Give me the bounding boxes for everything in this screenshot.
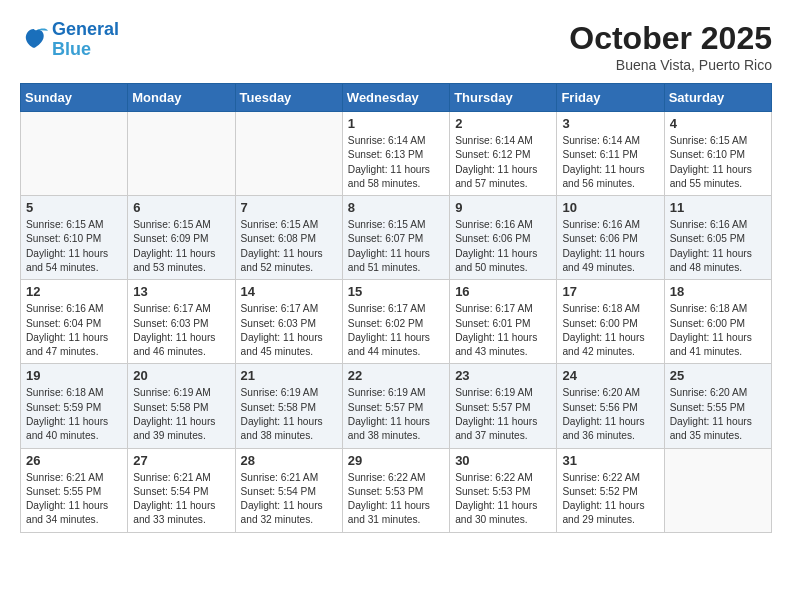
calendar-day-11: 11Sunrise: 6:16 AM Sunset: 6:05 PM Dayli… (664, 196, 771, 280)
day-number: 27 (133, 453, 229, 468)
day-number: 16 (455, 284, 551, 299)
day-info: Sunrise: 6:19 AM Sunset: 5:58 PM Dayligh… (133, 386, 229, 443)
day-number: 23 (455, 368, 551, 383)
weekday-header-friday: Friday (557, 84, 664, 112)
day-number: 5 (26, 200, 122, 215)
day-number: 28 (241, 453, 337, 468)
day-info: Sunrise: 6:16 AM Sunset: 6:06 PM Dayligh… (562, 218, 658, 275)
month-title: October 2025 (569, 20, 772, 57)
day-number: 9 (455, 200, 551, 215)
day-number: 2 (455, 116, 551, 131)
calendar-table: SundayMondayTuesdayWednesdayThursdayFrid… (20, 83, 772, 533)
calendar-day-25: 25Sunrise: 6:20 AM Sunset: 5:55 PM Dayli… (664, 364, 771, 448)
day-number: 11 (670, 200, 766, 215)
day-info: Sunrise: 6:15 AM Sunset: 6:10 PM Dayligh… (26, 218, 122, 275)
calendar-week-row: 26Sunrise: 6:21 AM Sunset: 5:55 PM Dayli… (21, 448, 772, 532)
day-info: Sunrise: 6:22 AM Sunset: 5:53 PM Dayligh… (348, 471, 444, 528)
calendar-day-17: 17Sunrise: 6:18 AM Sunset: 6:00 PM Dayli… (557, 280, 664, 364)
calendar-day-22: 22Sunrise: 6:19 AM Sunset: 5:57 PM Dayli… (342, 364, 449, 448)
day-number: 8 (348, 200, 444, 215)
weekday-header-tuesday: Tuesday (235, 84, 342, 112)
calendar-day-28: 28Sunrise: 6:21 AM Sunset: 5:54 PM Dayli… (235, 448, 342, 532)
calendar-day-27: 27Sunrise: 6:21 AM Sunset: 5:54 PM Dayli… (128, 448, 235, 532)
calendar-day-18: 18Sunrise: 6:18 AM Sunset: 6:00 PM Dayli… (664, 280, 771, 364)
calendar-day-20: 20Sunrise: 6:19 AM Sunset: 5:58 PM Dayli… (128, 364, 235, 448)
day-number: 29 (348, 453, 444, 468)
day-info: Sunrise: 6:19 AM Sunset: 5:58 PM Dayligh… (241, 386, 337, 443)
calendar-day-5: 5Sunrise: 6:15 AM Sunset: 6:10 PM Daylig… (21, 196, 128, 280)
calendar-day-4: 4Sunrise: 6:15 AM Sunset: 6:10 PM Daylig… (664, 112, 771, 196)
calendar-day-2: 2Sunrise: 6:14 AM Sunset: 6:12 PM Daylig… (450, 112, 557, 196)
day-info: Sunrise: 6:21 AM Sunset: 5:54 PM Dayligh… (133, 471, 229, 528)
day-number: 12 (26, 284, 122, 299)
calendar-day-empty (21, 112, 128, 196)
calendar-day-9: 9Sunrise: 6:16 AM Sunset: 6:06 PM Daylig… (450, 196, 557, 280)
calendar-day-29: 29Sunrise: 6:22 AM Sunset: 5:53 PM Dayli… (342, 448, 449, 532)
day-number: 31 (562, 453, 658, 468)
calendar-day-21: 21Sunrise: 6:19 AM Sunset: 5:58 PM Dayli… (235, 364, 342, 448)
calendar-week-row: 1Sunrise: 6:14 AM Sunset: 6:13 PM Daylig… (21, 112, 772, 196)
calendar-day-15: 15Sunrise: 6:17 AM Sunset: 6:02 PM Dayli… (342, 280, 449, 364)
calendar-day-empty (235, 112, 342, 196)
calendar-day-13: 13Sunrise: 6:17 AM Sunset: 6:03 PM Dayli… (128, 280, 235, 364)
day-info: Sunrise: 6:15 AM Sunset: 6:08 PM Dayligh… (241, 218, 337, 275)
calendar-day-empty (128, 112, 235, 196)
day-number: 7 (241, 200, 337, 215)
day-number: 30 (455, 453, 551, 468)
day-number: 4 (670, 116, 766, 131)
calendar-day-24: 24Sunrise: 6:20 AM Sunset: 5:56 PM Dayli… (557, 364, 664, 448)
day-number: 18 (670, 284, 766, 299)
day-info: Sunrise: 6:21 AM Sunset: 5:55 PM Dayligh… (26, 471, 122, 528)
day-number: 26 (26, 453, 122, 468)
weekday-header-row: SundayMondayTuesdayWednesdayThursdayFrid… (21, 84, 772, 112)
day-number: 21 (241, 368, 337, 383)
day-info: Sunrise: 6:16 AM Sunset: 6:06 PM Dayligh… (455, 218, 551, 275)
day-info: Sunrise: 6:14 AM Sunset: 6:12 PM Dayligh… (455, 134, 551, 191)
weekday-header-thursday: Thursday (450, 84, 557, 112)
day-info: Sunrise: 6:20 AM Sunset: 5:56 PM Dayligh… (562, 386, 658, 443)
calendar-day-empty (664, 448, 771, 532)
weekday-header-sunday: Sunday (21, 84, 128, 112)
calendar-week-row: 12Sunrise: 6:16 AM Sunset: 6:04 PM Dayli… (21, 280, 772, 364)
calendar-day-8: 8Sunrise: 6:15 AM Sunset: 6:07 PM Daylig… (342, 196, 449, 280)
calendar-day-16: 16Sunrise: 6:17 AM Sunset: 6:01 PM Dayli… (450, 280, 557, 364)
calendar-day-7: 7Sunrise: 6:15 AM Sunset: 6:08 PM Daylig… (235, 196, 342, 280)
calendar-day-26: 26Sunrise: 6:21 AM Sunset: 5:55 PM Dayli… (21, 448, 128, 532)
weekday-header-saturday: Saturday (664, 84, 771, 112)
day-info: Sunrise: 6:15 AM Sunset: 6:10 PM Dayligh… (670, 134, 766, 191)
calendar-day-6: 6Sunrise: 6:15 AM Sunset: 6:09 PM Daylig… (128, 196, 235, 280)
day-info: Sunrise: 6:16 AM Sunset: 6:05 PM Dayligh… (670, 218, 766, 275)
day-number: 15 (348, 284, 444, 299)
day-number: 1 (348, 116, 444, 131)
title-block: October 2025 Buena Vista, Puerto Rico (569, 20, 772, 73)
day-number: 24 (562, 368, 658, 383)
calendar-day-31: 31Sunrise: 6:22 AM Sunset: 5:52 PM Dayli… (557, 448, 664, 532)
day-number: 6 (133, 200, 229, 215)
page-header: General Blue October 2025 Buena Vista, P… (20, 20, 772, 73)
calendar-day-30: 30Sunrise: 6:22 AM Sunset: 5:53 PM Dayli… (450, 448, 557, 532)
day-info: Sunrise: 6:18 AM Sunset: 5:59 PM Dayligh… (26, 386, 122, 443)
day-info: Sunrise: 6:21 AM Sunset: 5:54 PM Dayligh… (241, 471, 337, 528)
day-number: 3 (562, 116, 658, 131)
calendar-day-1: 1Sunrise: 6:14 AM Sunset: 6:13 PM Daylig… (342, 112, 449, 196)
location: Buena Vista, Puerto Rico (569, 57, 772, 73)
day-info: Sunrise: 6:20 AM Sunset: 5:55 PM Dayligh… (670, 386, 766, 443)
day-info: Sunrise: 6:14 AM Sunset: 6:11 PM Dayligh… (562, 134, 658, 191)
day-number: 20 (133, 368, 229, 383)
day-number: 25 (670, 368, 766, 383)
calendar-day-23: 23Sunrise: 6:19 AM Sunset: 5:57 PM Dayli… (450, 364, 557, 448)
day-info: Sunrise: 6:16 AM Sunset: 6:04 PM Dayligh… (26, 302, 122, 359)
day-info: Sunrise: 6:22 AM Sunset: 5:53 PM Dayligh… (455, 471, 551, 528)
calendar-week-row: 19Sunrise: 6:18 AM Sunset: 5:59 PM Dayli… (21, 364, 772, 448)
day-info: Sunrise: 6:14 AM Sunset: 6:13 PM Dayligh… (348, 134, 444, 191)
calendar-day-10: 10Sunrise: 6:16 AM Sunset: 6:06 PM Dayli… (557, 196, 664, 280)
logo: General Blue (20, 20, 119, 60)
day-number: 14 (241, 284, 337, 299)
calendar-day-12: 12Sunrise: 6:16 AM Sunset: 6:04 PM Dayli… (21, 280, 128, 364)
day-number: 13 (133, 284, 229, 299)
calendar-week-row: 5Sunrise: 6:15 AM Sunset: 6:10 PM Daylig… (21, 196, 772, 280)
calendar-day-19: 19Sunrise: 6:18 AM Sunset: 5:59 PM Dayli… (21, 364, 128, 448)
day-info: Sunrise: 6:18 AM Sunset: 6:00 PM Dayligh… (562, 302, 658, 359)
logo-icon (20, 26, 48, 54)
day-info: Sunrise: 6:17 AM Sunset: 6:03 PM Dayligh… (241, 302, 337, 359)
